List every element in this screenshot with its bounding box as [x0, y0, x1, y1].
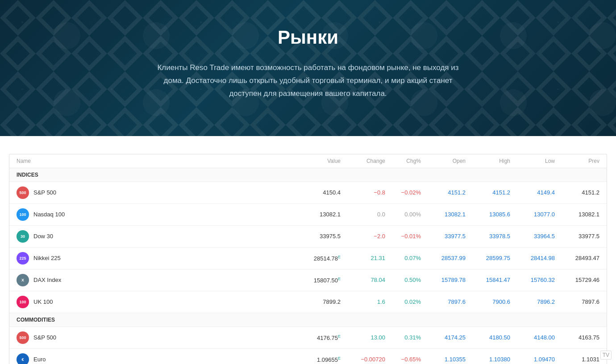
prev-cell: 1.1031: [555, 356, 599, 363]
change-cell: −0.00720: [341, 356, 385, 363]
change-cell: 78.04: [341, 277, 385, 283]
value-cell: 7899.2: [287, 298, 341, 305]
table-row[interactable]: 225Nikkei 22528514.78E21.310.07%28537.99…: [9, 248, 607, 269]
index-badge: 30: [17, 230, 29, 243]
low-cell: 15760.32: [510, 277, 555, 283]
index-badge: 500: [17, 186, 29, 199]
table-row[interactable]: 30Dow 3033975.5−2.0−0.01%33977.533978.53…: [9, 226, 607, 248]
tradingview-logo: TV: [600, 351, 612, 360]
index-name: Nikkei 225: [33, 255, 61, 261]
chgpct-cell: 0.02%: [385, 298, 421, 305]
open-cell: 4174.25: [421, 334, 466, 341]
open-cell: 7897.6: [421, 298, 466, 305]
high-cell: 15841.47: [466, 277, 510, 283]
high-cell: 28599.75: [466, 255, 510, 261]
low-cell: 33964.5: [510, 233, 555, 240]
change-cell: 13.00: [341, 334, 385, 341]
col-prev: Prev: [555, 158, 599, 164]
prev-cell: 15729.46: [555, 277, 599, 283]
index-name: UK 100: [33, 298, 53, 305]
table-row[interactable]: €Euro1.09655E−0.00720−0.65%1.103551.1038…: [9, 349, 607, 364]
chgpct-cell: 0.07%: [385, 255, 421, 261]
name-cell: 500S&P 500: [17, 331, 287, 344]
col-low: Low: [510, 158, 555, 164]
change-cell: 21.31: [341, 255, 385, 261]
index-badge: 225: [17, 252, 29, 265]
open-cell: 15789.78: [421, 277, 466, 283]
page-title: Рынки: [9, 27, 607, 48]
change-cell: −2.0: [341, 233, 385, 240]
name-cell: 100UK 100: [17, 296, 287, 308]
index-badge: 100: [17, 296, 29, 308]
change-cell: −0.8: [341, 189, 385, 196]
high-cell: 4180.50: [466, 334, 510, 341]
name-cell: XDAX Index: [17, 274, 287, 286]
prev-cell: 13082.1: [555, 211, 599, 218]
table-row[interactable]: 100UK 1007899.21.60.02%7897.67900.67896.…: [9, 291, 607, 313]
table-row[interactable]: 100Nasdaq 10013082.10.00.00%13082.113085…: [9, 204, 607, 226]
value-cell: 1.09655E: [287, 356, 341, 363]
index-name: S&P 500: [33, 334, 56, 341]
col-name: Name: [17, 158, 287, 164]
col-chgpct: Chg%: [385, 158, 421, 164]
col-high: High: [466, 158, 510, 164]
change-cell: 1.6: [341, 298, 385, 305]
market-widget: Name Value Change Chg% Open High Low Pre…: [9, 154, 607, 364]
hero-section: Рынки Клиенты Reso Trade имеют возможнос…: [0, 0, 616, 136]
name-cell: €Euro: [17, 353, 287, 364]
low-cell: 4149.4: [510, 189, 555, 196]
value-cell: 28514.78E: [287, 255, 341, 262]
name-cell: 30Dow 30: [17, 230, 287, 243]
chgpct-cell: −0.65%: [385, 356, 421, 363]
open-cell: 33977.5: [421, 233, 466, 240]
prev-cell: 33977.5: [555, 233, 599, 240]
table-row[interactable]: XDAX Index15807.50E78.040.50%15789.78158…: [9, 269, 607, 291]
chgpct-cell: 0.00%: [385, 211, 421, 218]
chgpct-cell: −0.02%: [385, 189, 421, 196]
chgpct-cell: −0.01%: [385, 233, 421, 240]
index-badge: X: [17, 274, 29, 286]
open-cell: 1.10355: [421, 356, 466, 363]
high-cell: 7900.6: [466, 298, 510, 305]
high-cell: 13085.6: [466, 211, 510, 218]
col-value: Value: [287, 158, 341, 164]
low-cell: 4148.00: [510, 334, 555, 341]
chgpct-cell: 0.50%: [385, 277, 421, 283]
table-body: INDICES500S&P 5004150.4−0.8−0.02%4151.24…: [9, 168, 607, 364]
table-header: Name Value Change Chg% Open High Low Pre…: [9, 154, 607, 168]
low-cell: 1.09470: [510, 356, 555, 363]
value-cell: 13082.1: [287, 211, 341, 218]
table-row[interactable]: 500S&P 5004176.75E13.000.31%4174.254180.…: [9, 327, 607, 349]
high-cell: 33978.5: [466, 233, 510, 240]
prev-cell: 7897.6: [555, 298, 599, 305]
prev-cell: 4163.75: [555, 334, 599, 341]
chgpct-cell: 0.31%: [385, 334, 421, 341]
table-row[interactable]: 500S&P 5004150.4−0.8−0.02%4151.24151.241…: [9, 182, 607, 204]
open-cell: 28537.99: [421, 255, 466, 261]
low-cell: 7896.2: [510, 298, 555, 305]
change-cell: 0.0: [341, 211, 385, 218]
name-cell: 225Nikkei 225: [17, 252, 287, 265]
low-cell: 13077.0: [510, 211, 555, 218]
market-section: Name Value Change Chg% Open High Low Pre…: [0, 136, 616, 364]
col-open: Open: [421, 158, 466, 164]
value-cell: 15807.50E: [287, 277, 341, 284]
index-badge: 100: [17, 208, 29, 221]
high-cell: 4151.2: [466, 189, 510, 196]
prev-cell: 4151.2: [555, 189, 599, 196]
low-cell: 28414.98: [510, 255, 555, 261]
value-cell: 33975.5: [287, 233, 341, 240]
index-name: Euro: [33, 356, 46, 363]
value-cell: 4150.4: [287, 189, 341, 196]
index-name: Dow 30: [33, 233, 53, 240]
high-cell: 1.10380: [466, 356, 510, 363]
open-cell: 13082.1: [421, 211, 466, 218]
hero-description: Клиенты Reso Trade имеют возможность раб…: [152, 62, 464, 100]
section-label: COMMODITIES: [9, 313, 607, 327]
col-change: Change: [341, 158, 385, 164]
prev-cell: 28493.47: [555, 255, 599, 261]
open-cell: 4151.2: [421, 189, 466, 196]
name-cell: 500S&P 500: [17, 186, 287, 199]
index-name: S&P 500: [33, 189, 56, 196]
name-cell: 100Nasdaq 100: [17, 208, 287, 221]
